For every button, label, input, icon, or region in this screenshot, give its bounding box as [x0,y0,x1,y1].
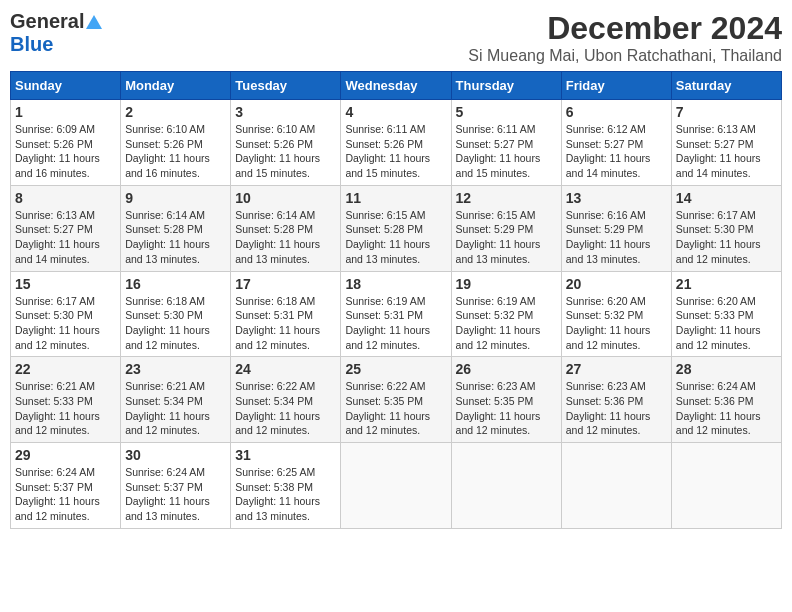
table-row [671,443,781,529]
day-number: 2 [125,104,226,120]
calendar-table: Sunday Monday Tuesday Wednesday Thursday… [10,71,782,529]
table-row: 24Sunrise: 6:22 AMSunset: 5:34 PMDayligh… [231,357,341,443]
day-number: 21 [676,276,777,292]
day-number: 11 [345,190,446,206]
table-row: 17Sunrise: 6:18 AMSunset: 5:31 PMDayligh… [231,271,341,357]
day-number: 19 [456,276,557,292]
day-number: 30 [125,447,226,463]
day-number: 1 [15,104,116,120]
day-info: Sunrise: 6:15 AMSunset: 5:29 PMDaylight:… [456,208,557,267]
table-row [561,443,671,529]
day-number: 12 [456,190,557,206]
day-number: 18 [345,276,446,292]
day-info: Sunrise: 6:15 AMSunset: 5:28 PMDaylight:… [345,208,446,267]
day-info: Sunrise: 6:18 AMSunset: 5:31 PMDaylight:… [235,294,336,353]
table-row: 30Sunrise: 6:24 AMSunset: 5:37 PMDayligh… [121,443,231,529]
day-info: Sunrise: 6:23 AMSunset: 5:36 PMDaylight:… [566,379,667,438]
table-row: 16Sunrise: 6:18 AMSunset: 5:30 PMDayligh… [121,271,231,357]
day-info: Sunrise: 6:11 AMSunset: 5:26 PMDaylight:… [345,122,446,181]
day-number: 22 [15,361,116,377]
day-number: 7 [676,104,777,120]
day-info: Sunrise: 6:19 AMSunset: 5:32 PMDaylight:… [456,294,557,353]
day-info: Sunrise: 6:24 AMSunset: 5:37 PMDaylight:… [15,465,116,524]
calendar-week-row: 15Sunrise: 6:17 AMSunset: 5:30 PMDayligh… [11,271,782,357]
table-row: 7Sunrise: 6:13 AMSunset: 5:27 PMDaylight… [671,100,781,186]
day-number: 13 [566,190,667,206]
calendar-header-row: Sunday Monday Tuesday Wednesday Thursday… [11,72,782,100]
col-saturday: Saturday [671,72,781,100]
day-info: Sunrise: 6:20 AMSunset: 5:32 PMDaylight:… [566,294,667,353]
day-info: Sunrise: 6:20 AMSunset: 5:33 PMDaylight:… [676,294,777,353]
table-row: 26Sunrise: 6:23 AMSunset: 5:35 PMDayligh… [451,357,561,443]
table-row: 12Sunrise: 6:15 AMSunset: 5:29 PMDayligh… [451,185,561,271]
col-thursday: Thursday [451,72,561,100]
day-info: Sunrise: 6:10 AMSunset: 5:26 PMDaylight:… [125,122,226,181]
day-info: Sunrise: 6:13 AMSunset: 5:27 PMDaylight:… [15,208,116,267]
logo-blue-text: Blue [10,33,53,56]
table-row: 19Sunrise: 6:19 AMSunset: 5:32 PMDayligh… [451,271,561,357]
day-number: 24 [235,361,336,377]
table-row: 31Sunrise: 6:25 AMSunset: 5:38 PMDayligh… [231,443,341,529]
col-monday: Monday [121,72,231,100]
table-row [341,443,451,529]
day-info: Sunrise: 6:25 AMSunset: 5:38 PMDaylight:… [235,465,336,524]
day-number: 27 [566,361,667,377]
calendar-title: December 2024 [468,10,782,47]
day-number: 4 [345,104,446,120]
table-row: 2Sunrise: 6:10 AMSunset: 5:26 PMDaylight… [121,100,231,186]
table-row: 21Sunrise: 6:20 AMSunset: 5:33 PMDayligh… [671,271,781,357]
table-row: 8Sunrise: 6:13 AMSunset: 5:27 PMDaylight… [11,185,121,271]
day-info: Sunrise: 6:11 AMSunset: 5:27 PMDaylight:… [456,122,557,181]
table-row: 25Sunrise: 6:22 AMSunset: 5:35 PMDayligh… [341,357,451,443]
logo-general-text: General [10,10,84,33]
day-info: Sunrise: 6:14 AMSunset: 5:28 PMDaylight:… [235,208,336,267]
table-row: 27Sunrise: 6:23 AMSunset: 5:36 PMDayligh… [561,357,671,443]
table-row: 5Sunrise: 6:11 AMSunset: 5:27 PMDaylight… [451,100,561,186]
day-info: Sunrise: 6:19 AMSunset: 5:31 PMDaylight:… [345,294,446,353]
day-info: Sunrise: 6:24 AMSunset: 5:36 PMDaylight:… [676,379,777,438]
col-wednesday: Wednesday [341,72,451,100]
day-number: 10 [235,190,336,206]
day-number: 26 [456,361,557,377]
day-info: Sunrise: 6:18 AMSunset: 5:30 PMDaylight:… [125,294,226,353]
table-row: 1Sunrise: 6:09 AMSunset: 5:26 PMDaylight… [11,100,121,186]
table-row: 11Sunrise: 6:15 AMSunset: 5:28 PMDayligh… [341,185,451,271]
calendar-week-row: 22Sunrise: 6:21 AMSunset: 5:33 PMDayligh… [11,357,782,443]
table-row: 23Sunrise: 6:21 AMSunset: 5:34 PMDayligh… [121,357,231,443]
day-number: 17 [235,276,336,292]
table-row: 28Sunrise: 6:24 AMSunset: 5:36 PMDayligh… [671,357,781,443]
calendar-week-row: 29Sunrise: 6:24 AMSunset: 5:37 PMDayligh… [11,443,782,529]
day-info: Sunrise: 6:21 AMSunset: 5:33 PMDaylight:… [15,379,116,438]
day-number: 8 [15,190,116,206]
title-block: December 2024 Si Mueang Mai, Ubon Ratcha… [468,10,782,65]
table-row: 15Sunrise: 6:17 AMSunset: 5:30 PMDayligh… [11,271,121,357]
table-row: 18Sunrise: 6:19 AMSunset: 5:31 PMDayligh… [341,271,451,357]
day-number: 6 [566,104,667,120]
day-number: 16 [125,276,226,292]
day-info: Sunrise: 6:17 AMSunset: 5:30 PMDaylight:… [15,294,116,353]
table-row: 22Sunrise: 6:21 AMSunset: 5:33 PMDayligh… [11,357,121,443]
logo: General Blue [10,10,102,56]
day-number: 15 [15,276,116,292]
day-info: Sunrise: 6:22 AMSunset: 5:35 PMDaylight:… [345,379,446,438]
table-row: 14Sunrise: 6:17 AMSunset: 5:30 PMDayligh… [671,185,781,271]
day-info: Sunrise: 6:14 AMSunset: 5:28 PMDaylight:… [125,208,226,267]
day-info: Sunrise: 6:23 AMSunset: 5:35 PMDaylight:… [456,379,557,438]
day-info: Sunrise: 6:09 AMSunset: 5:26 PMDaylight:… [15,122,116,181]
table-row: 3Sunrise: 6:10 AMSunset: 5:26 PMDaylight… [231,100,341,186]
day-number: 9 [125,190,226,206]
day-number: 14 [676,190,777,206]
day-info: Sunrise: 6:13 AMSunset: 5:27 PMDaylight:… [676,122,777,181]
day-number: 31 [235,447,336,463]
page-header: General Blue December 2024 Si Mueang Mai… [10,10,782,65]
table-row: 6Sunrise: 6:12 AMSunset: 5:27 PMDaylight… [561,100,671,186]
calendar-subtitle: Si Mueang Mai, Ubon Ratchathani, Thailan… [468,47,782,65]
day-number: 3 [235,104,336,120]
day-info: Sunrise: 6:21 AMSunset: 5:34 PMDaylight:… [125,379,226,438]
calendar-week-row: 1Sunrise: 6:09 AMSunset: 5:26 PMDaylight… [11,100,782,186]
day-info: Sunrise: 6:24 AMSunset: 5:37 PMDaylight:… [125,465,226,524]
day-info: Sunrise: 6:16 AMSunset: 5:29 PMDaylight:… [566,208,667,267]
col-friday: Friday [561,72,671,100]
table-row: 29Sunrise: 6:24 AMSunset: 5:37 PMDayligh… [11,443,121,529]
col-sunday: Sunday [11,72,121,100]
